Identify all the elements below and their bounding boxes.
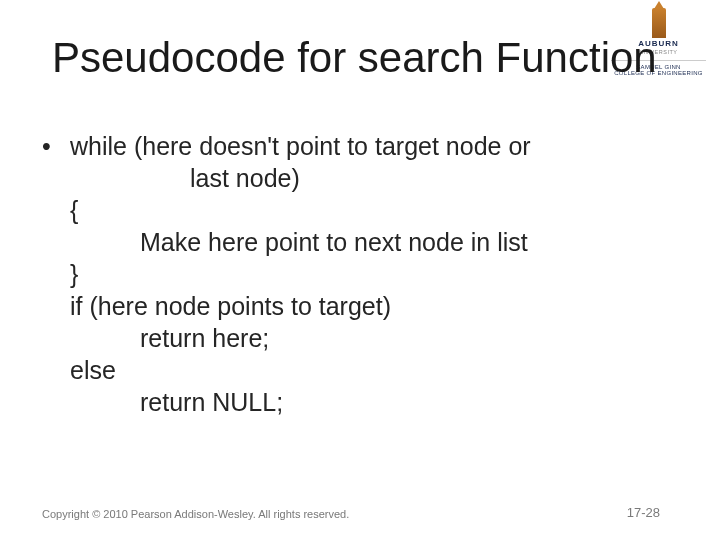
slide-body: • while (here doesn't point to target no… [38,130,680,418]
code-line: while (here doesn't point to target node… [70,130,680,162]
code-line: { [70,194,680,226]
bullet-item: • while (here doesn't point to target no… [38,130,680,418]
code-line: Make here point to next node in list [70,226,680,258]
code-block: while (here doesn't point to target node… [70,130,680,418]
footer-page-number: 17-28 [627,505,660,520]
footer-copyright: Copyright © 2010 Pearson Addison-Wesley.… [42,508,349,520]
code-line: if (here node points to target) [70,290,680,322]
slide: AUBURN UNIVERSITY SAMUEL GINN COLLEGE OF… [0,0,720,540]
slide-title: Pseudocode for search Function [52,34,657,82]
code-line: return NULL; [70,386,680,418]
code-line: return here; [70,322,680,354]
bullet-marker: • [38,130,70,418]
code-line: } [70,258,680,290]
code-line: last node) [70,162,680,194]
code-line: else [70,354,680,386]
